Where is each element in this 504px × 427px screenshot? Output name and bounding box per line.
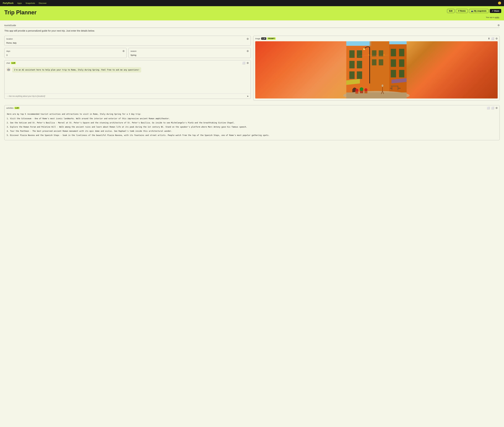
app-description: This app will provide a personalized gui… bbox=[4, 29, 500, 32]
image-share-icon[interactable]: ⬜ bbox=[491, 37, 494, 40]
days-input[interactable] bbox=[6, 54, 125, 56]
svg-rect-5 bbox=[349, 50, 355, 58]
svg-rect-32 bbox=[390, 88, 392, 89]
location-widget-header: location ⚙ bbox=[6, 38, 249, 40]
svg-point-41 bbox=[360, 87, 363, 91]
svg-rect-33 bbox=[398, 88, 401, 89]
share-icon: ↗ bbox=[492, 10, 493, 12]
svg-point-48 bbox=[384, 54, 385, 55]
app-header: Trip Planner Edit ↺ Remix 📷 My snapshots… bbox=[0, 6, 504, 20]
season-label: season bbox=[131, 50, 136, 52]
svg-rect-7 bbox=[349, 61, 355, 69]
share-button[interactable]: ↗ Share bbox=[490, 9, 501, 13]
remix-button[interactable]: ↺ Remix bbox=[456, 9, 468, 13]
remix-icon: ↺ bbox=[458, 10, 459, 12]
send-button[interactable]: ➤ bbox=[247, 95, 249, 97]
activities-header-right: ⬜ ⬜ ⚙ bbox=[487, 107, 498, 109]
image-widget: image LLM PROMPT ⬇ ⬜ ⚙ bbox=[253, 36, 500, 100]
tourist-guide-settings-icon[interactable]: ⚙ bbox=[497, 24, 500, 27]
list-item: Explore the Roman Forum and Palatine Hil… bbox=[10, 126, 497, 129]
svg-rect-14 bbox=[391, 59, 396, 67]
svg-rect-12 bbox=[391, 49, 396, 56]
edit-button[interactable]: Edit bbox=[447, 9, 455, 13]
app-title: Trip Planner bbox=[4, 9, 500, 16]
activities-settings-icon[interactable]: ⚙ bbox=[496, 107, 498, 109]
svg-rect-17 bbox=[399, 70, 404, 77]
activities-llm-badge: LLM bbox=[14, 107, 19, 109]
image-settings-icon[interactable]: ⚙ bbox=[496, 37, 498, 40]
chat-label: chat bbox=[6, 62, 10, 64]
activities-header: activities LLM ⬜ ⬜ ⚙ bbox=[5, 105, 499, 111]
chat-header-right: ⬜ ⚙ bbox=[242, 61, 249, 64]
svg-rect-9 bbox=[349, 71, 355, 79]
season-widget: season ⚙ bbox=[128, 48, 251, 58]
activities-body: Here are my top 5 recommended tourist ac… bbox=[5, 111, 499, 140]
image-header-right: ⬇ ⬜ ⚙ bbox=[488, 37, 498, 40]
svg-point-45 bbox=[362, 55, 363, 56]
chat-avatar-icon: 🤖 bbox=[6, 67, 11, 72]
activities-widget: activities LLM ⬜ ⬜ ⚙ Here are my top 5 r… bbox=[4, 105, 500, 140]
season-settings-icon[interactable]: ⚙ bbox=[247, 50, 249, 53]
activities-label: activities bbox=[6, 107, 14, 109]
location-settings-icon[interactable]: ⚙ bbox=[247, 38, 249, 40]
brand-logo[interactable]: PartyRock bbox=[3, 2, 14, 4]
content-grid: location ⚙ days ⚙ season ⚙ bbox=[4, 36, 500, 140]
svg-rect-16 bbox=[391, 70, 396, 77]
location-input[interactable] bbox=[6, 42, 249, 44]
left-column: location ⚙ days ⚙ season ⚙ bbox=[4, 36, 251, 100]
chat-header-left: chat LLM bbox=[6, 62, 16, 64]
svg-rect-13 bbox=[399, 49, 404, 56]
activities-copy-icon[interactable]: ⬜ bbox=[487, 107, 490, 109]
chat-body: 🤖 I'm an AI assistant here to help plan … bbox=[5, 66, 251, 93]
svg-point-34 bbox=[382, 84, 383, 87]
nav-snapshots[interactable]: Snapshots bbox=[25, 2, 35, 4]
chat-message: 🤖 I'm an AI assistant here to help plan … bbox=[6, 67, 249, 73]
svg-point-24 bbox=[363, 48, 365, 50]
svg-rect-20 bbox=[379, 50, 383, 56]
nav-discover[interactable]: Discover bbox=[39, 2, 47, 4]
main-content: touristGuide ⚙ This app will provide a p… bbox=[0, 20, 504, 144]
camera-icon: 📷 bbox=[471, 10, 473, 12]
chat-input[interactable] bbox=[6, 95, 247, 97]
chat-bubble: I'm an AI assistant here to help plan yo… bbox=[12, 67, 141, 73]
svg-rect-18 bbox=[370, 41, 389, 99]
svg-rect-21 bbox=[372, 59, 377, 65]
public-link[interactable]: public bbox=[495, 16, 499, 18]
svg-point-39 bbox=[355, 89, 358, 92]
list-item: See the Vatican and St. Peter's Basilica… bbox=[10, 121, 497, 124]
days-settings-icon[interactable]: ⚙ bbox=[122, 50, 125, 53]
list-item: Discover Piazza Navona and the Spanish S… bbox=[10, 134, 497, 137]
activities-share-icon[interactable]: ⬜ bbox=[491, 107, 494, 109]
days-widget: days ⚙ bbox=[4, 48, 127, 58]
chat-settings-icon[interactable]: ⚙ bbox=[247, 61, 249, 64]
header-actions: Edit ↺ Remix 📷 My snapshots ↗ Share bbox=[447, 9, 501, 13]
days-widget-header: days ⚙ bbox=[6, 50, 125, 53]
image-llm-badge: LLM bbox=[261, 38, 266, 40]
right-column: image LLM PROMPT ⬇ ⬜ ⚙ bbox=[253, 36, 500, 100]
navigation: PartyRock Apps Snapshots Discover 🙂 bbox=[0, 0, 504, 6]
my-snapshots-button[interactable]: 📷 My snapshots bbox=[469, 9, 488, 13]
image-download-icon[interactable]: ⬇ bbox=[488, 37, 490, 40]
public-note: Your app is public. bbox=[4, 16, 500, 18]
svg-rect-6 bbox=[357, 50, 362, 58]
svg-rect-15 bbox=[399, 59, 404, 67]
activities-header-left: activities LLM bbox=[6, 107, 19, 109]
chat-widget: chat LLM ⬜ ⚙ 🤖 I'm an AI assistant here … bbox=[4, 60, 251, 99]
svg-rect-10 bbox=[357, 71, 362, 79]
chat-export-icon[interactable]: ⬜ bbox=[242, 61, 245, 64]
chat-llm-badge: LLM bbox=[11, 62, 16, 64]
user-avatar-icon[interactable]: 🙂 bbox=[498, 1, 501, 5]
image-prompt-badge: PROMPT bbox=[267, 38, 276, 40]
nav-apps[interactable]: Apps bbox=[17, 2, 22, 4]
svg-rect-44 bbox=[368, 41, 371, 46]
image-container bbox=[253, 41, 499, 100]
list-item: Visit the Colosseum - One of Rome's most… bbox=[10, 117, 497, 120]
list-item: Tour the Pantheon - The best preserved a… bbox=[10, 130, 497, 133]
season-widget-header: season ⚙ bbox=[131, 50, 249, 53]
svg-rect-29 bbox=[391, 86, 398, 86]
svg-point-46 bbox=[368, 54, 369, 55]
chat-header: chat LLM ⬜ ⚙ bbox=[5, 60, 251, 66]
activities-list: Visit the Colosseum - One of Rome's most… bbox=[7, 117, 497, 137]
image-header-left: image LLM PROMPT bbox=[255, 38, 276, 40]
season-input[interactable] bbox=[131, 54, 249, 56]
